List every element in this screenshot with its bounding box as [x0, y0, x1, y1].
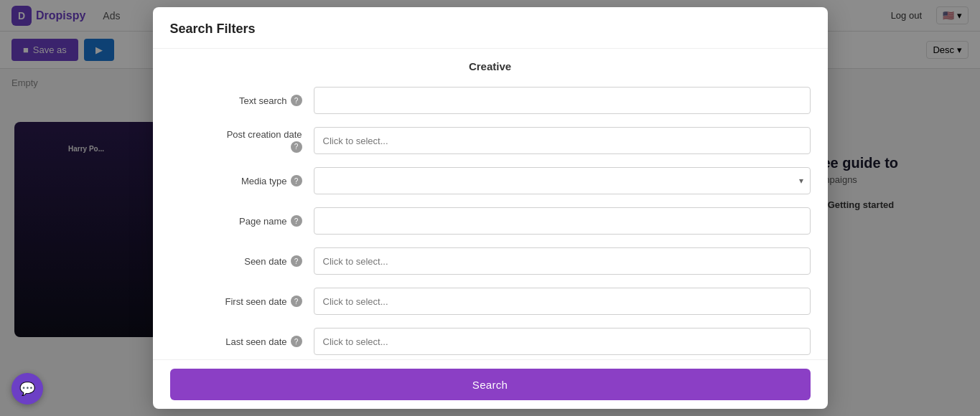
- modal-overlay: Search Filters Creative Text search ? Po…: [0, 0, 980, 416]
- seen-date-label: Seen date ?: [170, 255, 314, 267]
- filter-row-post-creation-date: Post creation date ?: [170, 127, 811, 154]
- page-name-help-icon[interactable]: ?: [291, 215, 302, 227]
- post-creation-date-input[interactable]: [314, 127, 811, 154]
- last-seen-date-label: Last seen date ?: [170, 336, 314, 347]
- filter-row-seen-date: Seen date ?: [170, 247, 811, 275]
- filter-row-last-seen-date: Last seen date ?: [170, 328, 811, 355]
- last-seen-date-input[interactable]: [314, 328, 811, 355]
- modal-header: Search Filters: [153, 7, 828, 49]
- chat-bubble[interactable]: 💬: [11, 373, 43, 405]
- text-search-label: Text search ?: [170, 95, 314, 106]
- modal-body: Creative Text search ? Post creation dat…: [153, 49, 828, 359]
- media-type-label-text: Media type: [241, 176, 287, 186]
- post-creation-date-label: Post creation date ?: [170, 129, 314, 153]
- filter-row-text-search: Text search ?: [170, 87, 811, 114]
- seen-date-label-text: Seen date: [244, 256, 286, 267]
- search-filters-modal: Search Filters Creative Text search ? Po…: [153, 7, 828, 409]
- last-seen-date-help-icon[interactable]: ?: [291, 336, 302, 347]
- page-name-label-text: Page name: [239, 216, 287, 227]
- text-search-help-icon[interactable]: ?: [291, 95, 302, 106]
- post-creation-date-help-icon[interactable]: ?: [291, 141, 302, 153]
- media-type-select-wrapper: Image Video Carousel ▾: [314, 167, 811, 194]
- seen-date-input[interactable]: [314, 247, 811, 275]
- page-name-label: Page name ?: [170, 215, 314, 227]
- first-seen-date-label-text: First seen date: [225, 296, 287, 307]
- chat-icon: 💬: [19, 381, 35, 397]
- media-type-select[interactable]: Image Video Carousel: [314, 167, 811, 194]
- text-search-input[interactable]: [314, 87, 811, 114]
- seen-date-help-icon[interactable]: ?: [291, 255, 302, 267]
- first-seen-date-label: First seen date ?: [170, 296, 314, 307]
- media-type-help-icon[interactable]: ?: [291, 175, 302, 186]
- search-button[interactable]: Search: [170, 369, 811, 400]
- filter-row-page-name: Page name ?: [170, 207, 811, 235]
- page-name-input[interactable]: [314, 207, 811, 235]
- section-title: Creative: [170, 60, 811, 72]
- first-seen-date-input[interactable]: [314, 288, 811, 315]
- filter-row-media-type: Media type ? Image Video Carousel ▾: [170, 167, 811, 194]
- filter-row-first-seen-date: First seen date ?: [170, 288, 811, 315]
- text-search-label-text: Text search: [239, 95, 286, 106]
- post-creation-date-label-text: Post creation date: [227, 129, 302, 140]
- modal-title: Search Filters: [170, 22, 256, 36]
- first-seen-date-help-icon[interactable]: ?: [291, 296, 302, 307]
- modal-footer: Search: [153, 359, 828, 409]
- media-type-label: Media type ?: [170, 175, 314, 186]
- last-seen-date-label-text: Last seen date: [225, 336, 286, 347]
